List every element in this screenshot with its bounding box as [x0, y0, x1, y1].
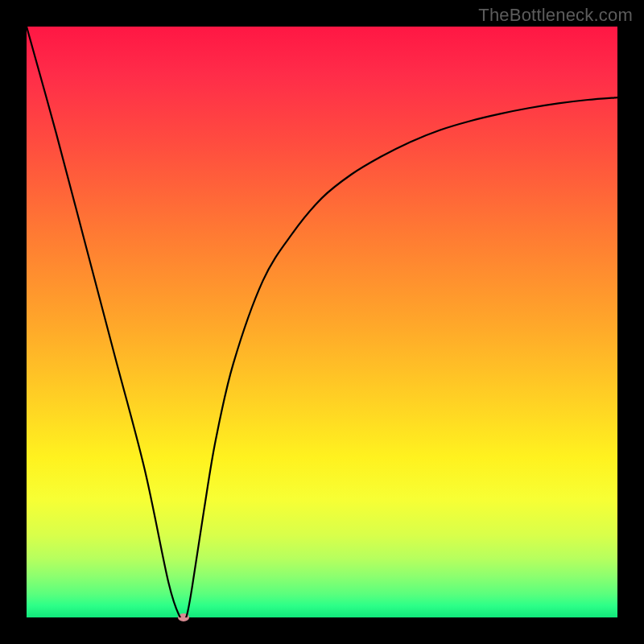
- bottleneck-curve: [27, 27, 617, 617]
- chart-frame: TheBottleneck.com: [0, 0, 644, 644]
- watermark-text: TheBottleneck.com: [478, 5, 633, 26]
- curve-path: [27, 27, 617, 617]
